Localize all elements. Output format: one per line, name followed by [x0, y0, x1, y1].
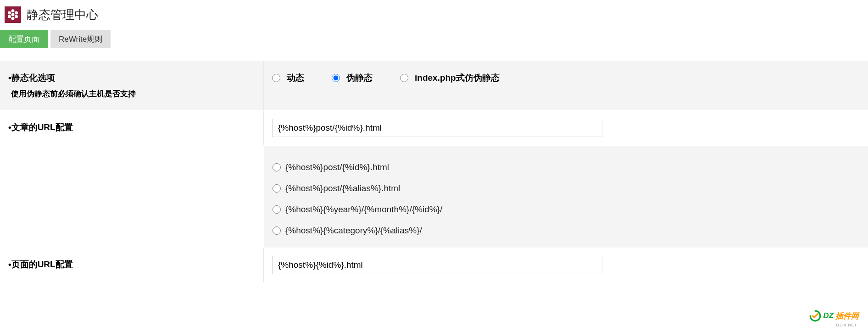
url-option-1-radio[interactable] — [273, 184, 281, 193]
watermark: DZ 插件网 — [809, 310, 859, 322]
radio-dynamic-label: 动态 — [287, 72, 304, 84]
tab-config[interactable]: 配置页面 — [0, 30, 48, 48]
watermark-icon — [809, 310, 821, 322]
page-url-input-cell — [264, 248, 868, 282]
page-url-label: •页面的URL配置 — [8, 259, 255, 270]
article-url-options: {%host%}post/{%id%}.html {%host%}post/{%… — [264, 146, 868, 248]
static-option-sublabel: 使用伪静态前必须确认主机是否支持 — [8, 88, 255, 99]
url-option-0-label: {%host%}post/{%id%}.html — [285, 162, 389, 172]
svg-point-0 — [11, 13, 15, 17]
svg-point-2 — [11, 17, 15, 20]
tab-rewrite[interactable]: ReWrite规则 — [50, 30, 111, 48]
svg-point-4 — [15, 11, 18, 14]
row-page-url: •页面的URL配置 — [0, 248, 868, 283]
url-option-0-radio[interactable] — [273, 163, 281, 171]
flower-icon — [5, 6, 21, 23]
static-option-input-cell: 动态 伪静态 index.php式仿伪静态 — [264, 61, 868, 110]
svg-point-3 — [8, 11, 11, 14]
radio-dynamic[interactable]: 动态 — [272, 72, 304, 84]
svg-point-1 — [11, 9, 15, 12]
header: 静态管理中心 — [0, 0, 868, 28]
article-url-label-cell: •文章的URL配置 — [0, 110, 264, 145]
url-option-1[interactable]: {%host%}post/{%alias%}.html — [273, 178, 860, 199]
svg-point-6 — [15, 15, 18, 18]
article-url-label: •文章的URL配置 — [8, 121, 255, 133]
article-url-input-cell — [264, 110, 868, 145]
radio-pseudo[interactable]: 伪静态 — [332, 72, 373, 84]
url-option-1-label: {%host%}post/{%alias%}.html — [285, 183, 400, 193]
page-url-label-cell: •页面的URL配置 — [0, 248, 264, 282]
radio-indexphp-label: index.php式仿伪静态 — [415, 72, 500, 84]
svg-point-5 — [8, 15, 11, 18]
radio-indexphp-input[interactable] — [400, 74, 408, 82]
url-option-2-radio[interactable] — [273, 205, 281, 214]
url-option-0[interactable]: {%host%}post/{%id%}.html — [273, 157, 860, 178]
watermark-dz: DZ — [823, 311, 834, 320]
url-option-3[interactable]: {%host%}{%category%}/{%alias%}/ — [273, 220, 860, 241]
url-option-3-radio[interactable] — [273, 226, 281, 235]
page-url-input[interactable] — [272, 256, 602, 274]
url-option-2[interactable]: {%host%}{%year%}/{%month%}/{%id%}/ — [273, 199, 860, 220]
row-article-url: •文章的URL配置 — [0, 110, 868, 146]
radio-pseudo-input[interactable] — [332, 74, 340, 82]
static-mode-radio-group: 动态 伪静态 index.php式仿伪静态 — [272, 69, 500, 87]
radio-dynamic-input[interactable] — [272, 74, 280, 82]
static-option-label: •静态化选项 — [8, 72, 255, 84]
static-option-label-cell: •静态化选项 使用伪静态前必须确认主机是否支持 — [0, 61, 264, 110]
watermark-text: 插件网 — [835, 311, 859, 321]
page-title: 静态管理中心 — [27, 7, 98, 23]
content: •静态化选项 使用伪静态前必须确认主机是否支持 动态 伪静态 index.php… — [0, 61, 868, 283]
url-option-2-label: {%host%}{%year%}/{%month%}/{%id%}/ — [285, 204, 442, 215]
row-static-option: •静态化选项 使用伪静态前必须确认主机是否支持 动态 伪静态 index.php… — [0, 61, 868, 110]
watermark-sub: DZ-X.NET — [836, 323, 857, 327]
url-option-3-label: {%host%}{%category%}/{%alias%}/ — [285, 226, 422, 236]
article-url-input[interactable] — [272, 119, 602, 137]
radio-indexphp[interactable]: index.php式仿伪静态 — [400, 72, 500, 84]
tabs: 配置页面 ReWrite规则 — [0, 28, 868, 48]
radio-pseudo-label: 伪静态 — [346, 72, 373, 84]
